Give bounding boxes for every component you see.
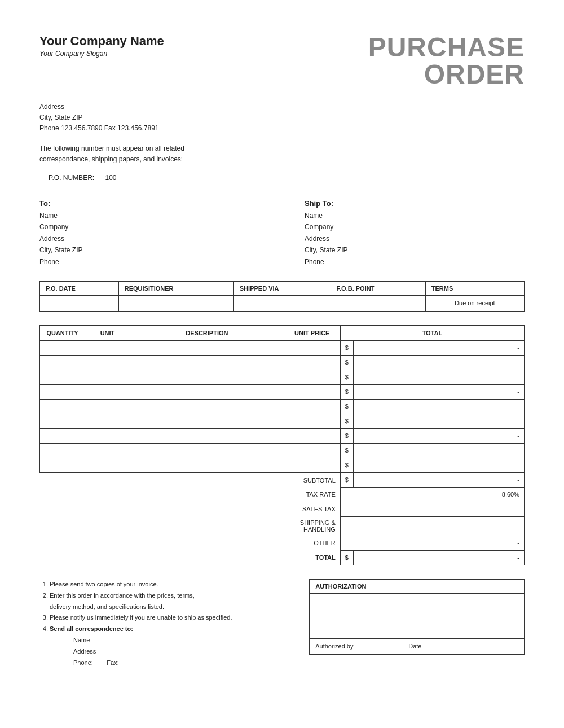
corr-phone-fax: Phone: Fax:	[73, 657, 298, 669]
item-qty	[40, 340, 85, 355]
to-name: Name	[39, 210, 259, 221]
line-item-row: $ -	[40, 399, 525, 414]
to-city: City, State ZIP	[39, 244, 259, 256]
line-item-row: $ -	[40, 414, 525, 428]
item-qty	[40, 355, 85, 370]
total-amount: -	[353, 550, 524, 565]
ship-to-label: Ship To:	[305, 198, 525, 210]
item-amount: -	[353, 355, 524, 370]
item-dollar: $	[340, 384, 353, 399]
auth-table: AUTHORIZATION Authorized by Date	[309, 579, 525, 655]
line-item-row: $ -	[40, 370, 525, 384]
item-desc	[130, 340, 284, 355]
document-header: Your Company Name Your Company Slogan PU…	[39, 34, 525, 88]
item-unit-price	[284, 355, 340, 370]
po-number-line: P.O. NUMBER: 100	[39, 174, 525, 182]
item-amount: -	[353, 399, 524, 414]
col-header-quantity: QUANTITY	[40, 325, 85, 340]
company-slogan: Your Company Slogan	[39, 50, 164, 58]
item-unit-price	[284, 414, 340, 428]
ship-to-phone: Phone	[305, 256, 525, 267]
col-header-description: DESCRIPTION	[130, 325, 284, 340]
item-desc	[130, 428, 284, 443]
other-row: OTHER -	[40, 536, 525, 550]
auth-col: AUTHORIZATION Authorized by Date	[309, 579, 525, 655]
info-fob-value	[331, 295, 425, 311]
item-unit	[85, 384, 130, 399]
item-unit	[85, 443, 130, 458]
instructions-col: Please send two copies of your invoice. …	[39, 579, 298, 668]
subtotal-row: SUBTOTAL $ -	[40, 472, 525, 487]
date-label: Date	[408, 643, 421, 650]
phone-label: Phone:	[73, 659, 93, 666]
company-address-block: Address City, State ZIP Phone 123.456.78…	[39, 102, 525, 134]
po-number-value: 100	[105, 174, 116, 182]
item-unit-price	[284, 384, 340, 399]
info-shipped-via-value	[233, 295, 331, 311]
company-info: Your Company Name Your Company Slogan	[39, 34, 164, 58]
item-dollar: $	[340, 428, 353, 443]
total-row: TOTAL $ -	[40, 550, 525, 565]
ship-to-company: Company	[305, 221, 525, 233]
subtotal-label: SUBTOTAL	[284, 472, 340, 487]
item-amount: -	[353, 340, 524, 355]
address-line3: Phone 123.456.7890 Fax 123.456.7891	[39, 123, 525, 134]
shipping-amount: -	[340, 516, 524, 536]
line-item-row: $ -	[40, 458, 525, 472]
item-desc	[130, 414, 284, 428]
to-col: To: Name Company Address City, State ZIP…	[39, 198, 259, 267]
fax-label: Fax:	[107, 659, 118, 666]
info-header-shipped-via: SHIPPED VIA	[233, 281, 331, 295]
item-qty	[40, 384, 85, 399]
item-unit	[85, 399, 130, 414]
sales-tax-label: SALES TAX	[284, 502, 340, 516]
info-header-fob: F.O.B. POINT	[331, 281, 425, 295]
item-unit	[85, 458, 130, 472]
item-qty	[40, 399, 85, 414]
item-unit-price	[284, 443, 340, 458]
po-number-label: P.O. NUMBER:	[49, 174, 94, 182]
notice-text: The following number must appear on all …	[39, 143, 525, 165]
info-table: P.O. DATE REQUISITIONER SHIPPED VIA F.O.…	[39, 281, 525, 312]
notice-block: The following number must appear on all …	[39, 143, 525, 165]
item-qty	[40, 428, 85, 443]
item-unit-price	[284, 399, 340, 414]
item-amount: -	[353, 458, 524, 472]
item-amount: -	[353, 443, 524, 458]
line-item-row: $ -	[40, 340, 525, 355]
item-unit	[85, 428, 130, 443]
info-po-date-value	[40, 295, 119, 311]
auth-footer: Authorized by Date	[310, 638, 525, 654]
shipping-label: SHIPPING & HANDLING	[284, 516, 340, 536]
instruction-4: Send all correspondence to:	[50, 624, 298, 635]
item-amount: -	[353, 428, 524, 443]
info-header-terms: TERMS	[425, 281, 524, 295]
other-amount: -	[340, 536, 524, 550]
address-line2: City, State ZIP	[39, 112, 525, 123]
correspondence-block: Name Address Phone: Fax:	[73, 635, 298, 668]
line-item-row: $ -	[40, 443, 525, 458]
info-header-requisitioner: REQUISITIONER	[118, 281, 233, 295]
line-item-row: $ -	[40, 428, 525, 443]
item-qty	[40, 414, 85, 428]
authorized-by-label: Authorized by	[315, 643, 353, 650]
item-qty	[40, 370, 85, 384]
address-section: To: Name Company Address City, State ZIP…	[39, 198, 525, 267]
tax-rate-amount: 8.60%	[340, 487, 524, 502]
subtotal-amount: -	[353, 472, 524, 487]
subtotal-dollar: $	[340, 472, 353, 487]
item-unit-price	[284, 428, 340, 443]
item-unit	[85, 370, 130, 384]
line-item-row: $ -	[40, 355, 525, 370]
shipping-row: SHIPPING & HANDLING -	[40, 516, 525, 536]
col-header-unit-price: UNIT PRICE	[284, 325, 340, 340]
item-desc	[130, 384, 284, 399]
item-unit	[85, 414, 130, 428]
item-dollar: $	[340, 399, 353, 414]
tax-rate-row: TAX RATE 8.60%	[40, 487, 525, 502]
item-desc	[130, 399, 284, 414]
sales-tax-amount: -	[340, 502, 524, 516]
item-unit-price	[284, 340, 340, 355]
item-dollar: $	[340, 443, 353, 458]
instruction-2: Enter this order in accordance with the …	[50, 590, 298, 613]
